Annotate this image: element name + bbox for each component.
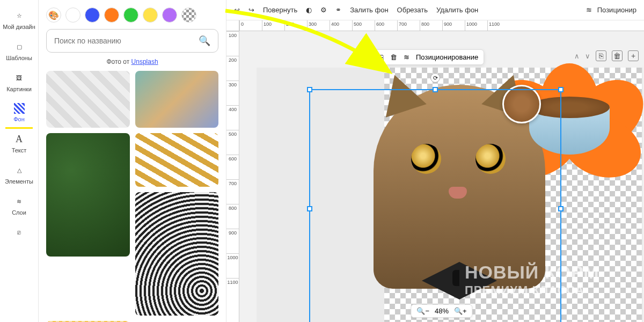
rotate-handle[interactable]: ⟳ xyxy=(430,73,440,83)
handle-l[interactable] xyxy=(307,206,312,211)
redo-button[interactable]: ↪ xyxy=(248,6,254,14)
elements-icon: △ xyxy=(13,164,25,176)
crop-button[interactable]: Обрезать xyxy=(397,6,428,14)
selection-box[interactable]: ⟳ xyxy=(309,89,561,322)
swatch-purple[interactable] xyxy=(162,8,177,23)
background-panel: 🎨 🔍 Фото от Unsplash xyxy=(39,0,226,322)
move-up-icon[interactable]: ∧ xyxy=(574,52,580,60)
search-icon[interactable]: 🔍 xyxy=(199,35,210,47)
contrast-icon[interactable]: ◐ xyxy=(306,6,312,14)
position-button[interactable]: Позиционир xyxy=(597,6,636,14)
template-icon: ▢ xyxy=(13,41,25,53)
layer-order-controls: ∧ ∨ ⎘ 🗑 + xyxy=(574,50,639,61)
zoom-level: 48% xyxy=(435,307,449,315)
duplicate-icon[interactable]: ⎘ xyxy=(379,53,384,61)
background-search[interactable]: 🔍 xyxy=(46,29,218,53)
swatch-transparent[interactable] xyxy=(181,8,196,23)
search-input[interactable] xyxy=(54,36,193,45)
canvas-viewport[interactable]: НОВЫЙ КОРМ ПРЕМИУМ КЛАССА ⟳ ⎘ 🗑 ≋ Позици… xyxy=(239,31,644,322)
fill-bg-button[interactable]: Залить фон xyxy=(350,6,388,14)
rail-text[interactable]: A Текст xyxy=(0,128,38,159)
handle-t[interactable] xyxy=(433,87,438,92)
left-tool-rail: ☆ Мой дизайн ▢ Шаблоны 🖼 Картинки Фон A … xyxy=(0,0,39,322)
swatch-blue[interactable] xyxy=(85,8,100,23)
duplicate-button[interactable]: ⎘ xyxy=(596,50,606,61)
delete-button[interactable]: 🗑 xyxy=(612,50,623,61)
rail-more[interactable]: ⎚ xyxy=(0,221,38,244)
bg-thumb-4[interactable] xyxy=(135,133,219,187)
rail-images[interactable]: 🖼 Картинки xyxy=(0,67,38,98)
star-icon: ☆ xyxy=(13,10,25,21)
top-toolbar: ↩ ↪ Повернуть ◐ ⚙ ⚭ Залить фон Обрезать … xyxy=(226,0,644,20)
rail-templates[interactable]: ▢ Шаблоны xyxy=(0,35,38,67)
swatch-orange[interactable] xyxy=(104,8,119,23)
workspace[interactable]: 010020030040050060070080090010001100 100… xyxy=(226,20,644,322)
rail-label: Слои xyxy=(12,209,26,216)
rail-my-design[interactable]: ☆ Мой дизайн xyxy=(0,4,38,35)
unsplash-link[interactable]: Unsplash xyxy=(131,58,158,65)
rail-label: Мой дизайн xyxy=(3,24,35,30)
color-picker-button[interactable]: 🎨 xyxy=(46,8,61,23)
layers-icon[interactable]: ≋ xyxy=(404,53,409,61)
remove-bg-button[interactable]: Удалить фон xyxy=(436,6,478,14)
adjust-icon[interactable]: ⚙ xyxy=(320,6,327,14)
context-toolbar: ⎘ 🗑 ≋ Позиционирование xyxy=(374,49,484,65)
rail-label: Картинки xyxy=(6,86,32,92)
swatch-white[interactable] xyxy=(65,8,80,23)
background-icon xyxy=(14,103,25,114)
color-swatch-row: 🎨 xyxy=(46,5,218,29)
cluster-icon[interactable]: ⚭ xyxy=(335,6,341,14)
image-icon: 🖼 xyxy=(13,72,25,84)
rail-label: Шаблоны xyxy=(6,55,32,61)
layers-icon: ≋ xyxy=(13,195,25,207)
background-grid xyxy=(46,71,218,322)
canvas-area: ↩ ↪ Повернуть ◐ ⚙ ⚭ Залить фон Обрезать … xyxy=(226,0,644,322)
handle-r[interactable] xyxy=(558,206,564,211)
swatch-green[interactable] xyxy=(123,8,138,23)
bg-thumb-3[interactable] xyxy=(46,133,130,257)
rail-layers[interactable]: ≋ Слои xyxy=(0,190,38,221)
rail-label: Элементы xyxy=(5,178,33,185)
ruler-horizontal: 010020030040050060070080090010001100 xyxy=(239,20,644,31)
photo-credit: Фото от Unsplash xyxy=(46,53,218,71)
rail-elements[interactable]: △ Элементы xyxy=(0,159,38,190)
undo-button[interactable]: ↩ xyxy=(234,6,240,14)
move-down-icon[interactable]: ∨ xyxy=(585,52,590,60)
more-icon: ⎚ xyxy=(13,226,25,238)
bg-thumb-5[interactable] xyxy=(135,192,219,316)
text-icon: A xyxy=(13,133,25,145)
zoom-out-icon[interactable]: 🔍− xyxy=(416,307,429,315)
zoom-in-icon[interactable]: 🔍+ xyxy=(454,307,467,315)
ruler-corner xyxy=(226,20,239,31)
handle-tr[interactable] xyxy=(558,87,564,92)
ctx-position-button[interactable]: Позиционирование xyxy=(416,53,478,61)
rail-label: Фон xyxy=(13,116,25,122)
bg-thumb-2[interactable] xyxy=(135,71,219,128)
delete-icon[interactable]: 🗑 xyxy=(390,53,397,61)
ruler-vertical: 10020030040050060070080090010001100 xyxy=(226,31,239,322)
rotate-button[interactable]: Повернуть xyxy=(263,6,297,14)
layers-icon[interactable]: ≋ xyxy=(586,6,592,14)
rail-background[interactable]: Фон xyxy=(0,98,38,128)
bg-thumb-1[interactable] xyxy=(46,71,130,128)
rail-label: Текст xyxy=(12,147,27,153)
zoom-control: 🔍− 48% 🔍+ xyxy=(411,304,472,318)
add-button[interactable]: + xyxy=(628,50,639,61)
handle-tl[interactable] xyxy=(307,87,312,92)
swatch-yellow[interactable] xyxy=(143,8,158,23)
